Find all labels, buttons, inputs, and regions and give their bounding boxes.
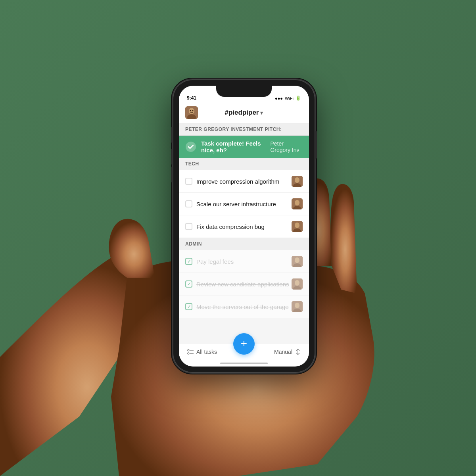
toast-text: Task complete! Feels nice, eh? [201,140,265,154]
filter-icon [187,349,194,355]
section-peter-gregory: PETER GREGORY INVESTMENT PITCH: [179,123,309,136]
task-left: Scale our server infrastructure [185,200,292,207]
sort-manual[interactable]: Manual [274,348,301,355]
svg-point-4 [192,110,194,111]
svg-point-27 [188,349,189,351]
task-label-6: Review new candidate applications [196,281,289,288]
phone-notch [216,86,272,97]
task-label-2: Improve compression algorithm [196,178,279,185]
task-list: PETER GREGORY INVESTMENT PITCH: Practice… [179,123,309,344]
task-row-elevator-pitch[interactable]: Practice elevator pitch [179,136,309,158]
filter-label: All tasks [196,349,217,355]
toast-context: Peter Gregory Inv [270,140,303,153]
user-avatar [185,106,198,119]
svg-point-28 [188,353,189,354]
task-row-legal-fees[interactable]: Pay legal fees [179,250,309,273]
task-left: Improve compression algorithm [185,178,292,185]
task-label-4: Fix data compression bug [196,223,265,230]
home-indicator [220,363,268,364]
task-left: Pay legal fees [185,258,292,265]
phone-device: 9:41 ●●● WiFi 🔋 [173,79,315,373]
filter-all-tasks[interactable]: All tasks [187,349,217,355]
add-task-button[interactable]: + [233,333,255,355]
task-left: Move the servers out of the garage [185,303,292,310]
task-avatar-7 [292,301,303,312]
svg-point-19 [295,257,299,263]
plus-icon: + [241,338,247,349]
section-admin: ADMIN [179,238,309,250]
svg-point-8 [186,142,196,152]
chevron-down-icon: ▾ [260,110,263,116]
phone-screen: 9:41 ●●● WiFi 🔋 [179,86,309,367]
task-label-5: Pay legal fees [196,258,234,265]
task-left: Fix data compression bug [185,223,292,230]
task-avatar-5 [292,256,303,267]
task-checkbox-5[interactable] [185,258,192,265]
wifi-icon: WiFi [285,96,294,101]
status-time: 9:41 [187,95,196,101]
sort-icon [295,348,301,355]
battery-icon: 🔋 [296,96,301,101]
task-row-candidate-applications[interactable]: Review new candidate applications [179,273,309,296]
task-avatar-4 [292,221,303,232]
task-avatar-3 [292,198,303,209]
signal-icon: ●●● [275,96,283,101]
scene: 9:41 ●●● WiFi 🔋 [0,0,476,476]
task-left: Review new candidate applications [185,280,292,288]
svg-point-13 [295,200,299,205]
task-checkbox-4[interactable] [185,223,192,230]
task-avatar-2 [292,176,303,187]
svg-point-10 [295,177,299,183]
task-checkbox-3[interactable] [185,200,192,207]
bottom-bar: All tasks + Manual [179,344,309,363]
svg-point-25 [295,303,299,308]
channel-title[interactable]: #piedpiper ▾ [202,109,286,117]
task-row-compression-algorithm[interactable]: Improve compression algorithm [179,170,309,193]
task-label-7: Move the servers out of the garage [196,303,289,310]
bird-check-icon [185,141,196,152]
sort-label: Manual [274,349,292,355]
svg-point-1 [189,108,194,114]
task-row-server-infrastructure[interactable]: Scale our server infrastructure [179,193,309,215]
svg-point-16 [295,223,299,228]
channel-name: #piedpiper [225,109,259,117]
task-row-compression-bug[interactable]: Fix data compression bug [179,215,309,238]
task-checkbox-6[interactable] [185,280,192,288]
toast-notification: Task complete! Feels nice, eh? Peter Gre… [179,136,309,158]
svg-point-22 [295,280,299,286]
app-header[interactable]: #piedpiper ▾ [179,103,309,123]
task-checkbox-2[interactable] [185,178,192,185]
status-icons: ●●● WiFi 🔋 [275,96,301,101]
task-checkbox-7[interactable] [185,303,192,310]
section-tech: TECH [179,158,309,170]
task-label-3: Scale our server infrastructure [196,201,276,207]
phone-shell: 9:41 ●●● WiFi 🔋 [173,79,315,373]
task-row-move-servers[interactable]: Move the servers out of the garage [179,296,309,318]
svg-point-3 [190,110,191,111]
task-avatar-6 [292,278,303,290]
